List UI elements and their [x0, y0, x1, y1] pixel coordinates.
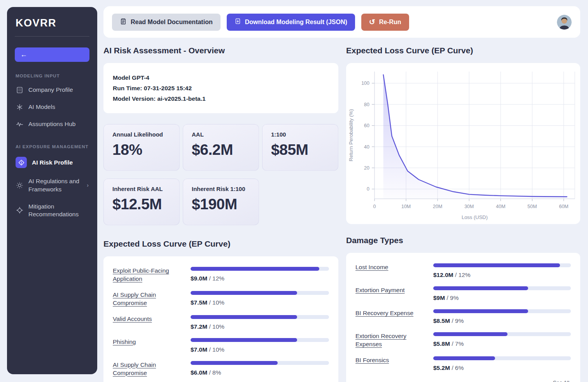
ep-item-link[interactable]: AI Supply Chain Compromise [113, 361, 182, 377]
stat-value: $190M [192, 196, 250, 213]
svg-text:60: 60 [364, 123, 369, 128]
list-item: BI Forensics $5.2M / 6% [355, 356, 571, 371]
stat-value: $85M [271, 141, 329, 158]
damage-item-link[interactable]: Lost Income [355, 263, 425, 279]
progress-bar [191, 338, 329, 342]
download-result-button[interactable]: Download Modeling Result (JSON) [227, 14, 355, 31]
svg-text:20M: 20M [433, 204, 442, 209]
download-file-icon [234, 18, 241, 26]
damage-item-link[interactable]: BI Forensics [355, 356, 425, 371]
sidebar-item-mitigation-recommendations[interactable]: Mitigation Recommendations [15, 198, 89, 223]
svg-text:60M: 60M [559, 204, 568, 209]
overview-title: AI Risk Assessment - Overview [103, 46, 338, 55]
model-name: Model GPT-4 [113, 72, 329, 83]
list-item: Phishing $7.0M / 10% [113, 338, 329, 353]
ep-item-link[interactable]: Phishing [113, 338, 182, 353]
progress-bar-fill [433, 263, 560, 267]
progress-bar-fill [191, 291, 297, 295]
svg-text:40M: 40M [496, 204, 505, 209]
list-item: AI Supply Chain Compromise $6.0M / 8% [113, 361, 329, 377]
stat-label: 1:100 [271, 131, 329, 138]
ep-item-link[interactable]: Valid Accounts [113, 315, 182, 330]
svg-text:40: 40 [364, 144, 369, 150]
list-item: BI Recovery Expense $8.5M / 9% [355, 309, 571, 324]
chart-column: Expected Loss Curve (EP Curve) 020406080… [346, 44, 580, 382]
stat-card-1-100: 1:100 $85M [262, 124, 338, 171]
progress-bar [433, 286, 571, 290]
sidebar-item-label: AI Models [28, 103, 89, 111]
progress-bar [433, 263, 571, 267]
progress-bar-fill [433, 309, 528, 313]
list-item: Extortion Recovery Expenses $5.8M / 7% [355, 332, 571, 349]
stat-label: Inherent Risk AAL [112, 186, 171, 192]
re-run-button[interactable]: ↺ Re-Run [361, 14, 409, 31]
sidebar-item-company-profile[interactable]: Company Profile [15, 81, 89, 98]
waveform-icon [16, 120, 23, 128]
stat-value: $12.5M [112, 196, 171, 213]
progress-bar [191, 315, 329, 319]
read-model-documentation-button[interactable]: Read Model Documentation [112, 14, 220, 31]
svg-text:Return Perobability (%): Return Perobability (%) [348, 109, 354, 161]
sidebar-item-assumptions-hub[interactable]: Assumptions Hub [15, 116, 89, 133]
list-item: AI Supply Chain Compromise $7.5M / 10% [113, 291, 329, 307]
sidebar-item-label: Mitigation Recommendations [28, 203, 89, 218]
damage-item-link[interactable]: BI Recovery Expense [355, 309, 425, 324]
item-value: $8.5M / 9% [433, 317, 571, 324]
stat-card-aal: AAL $6.2M [183, 124, 259, 171]
progress-bar [191, 361, 329, 365]
ep-list-title: Expected Loss Curve (EP Curve) [103, 239, 338, 249]
progress-bar [191, 291, 329, 295]
item-value: $7.5M / 10% [191, 299, 329, 306]
chevron-right-icon: › [87, 182, 89, 189]
ep-item-link[interactable]: AI Supply Chain Compromise [113, 291, 182, 307]
damage-item-link[interactable]: Extortion Payment [355, 286, 425, 301]
back-arrow-icon: ← [20, 51, 27, 59]
ep-list-card: Exploit Public-Facing Application $9.0M … [103, 256, 338, 382]
svg-text:50M: 50M [527, 204, 537, 209]
item-value: $5.8M / 7% [433, 340, 571, 347]
progress-bar-fill [191, 361, 278, 365]
kovrr-logo: KOVRR [16, 17, 89, 29]
list-item: Exploit Public-Facing Application $9.0M … [113, 266, 329, 283]
nav-section-modeling-input: MODELING INPUT [16, 74, 89, 78]
nav-section-ai-exposure: AI EXPOSURE MANAGEMENT [16, 144, 89, 149]
see-all-link[interactable]: See All [553, 380, 569, 382]
sidebar-item-ai-regulations[interactable]: AI Regulations and Frameworks › [15, 173, 89, 198]
list-item: Extortion Payment $9M / 9% [355, 286, 571, 301]
top-toolbar: Read Model Documentation Download Modeli… [103, 6, 580, 38]
sidebar-item-ai-models[interactable]: AI Models [15, 98, 89, 116]
stat-card-inherent-risk-aal: Inherent Risk AAL $12.5M [103, 179, 180, 225]
progress-bar [433, 309, 571, 313]
progress-bar-fill [191, 267, 319, 271]
progress-bar [433, 332, 571, 336]
item-value: $5.2M / 6% [433, 364, 571, 371]
stat-label: AAL [192, 131, 250, 138]
item-value: $7.0M / 10% [191, 346, 329, 353]
stat-value: $6.2M [192, 141, 250, 158]
see-all-row: See All [355, 379, 571, 382]
progress-bar-fill [191, 315, 297, 319]
item-value: $12.0M / 12% [433, 272, 571, 279]
item-value: $6.0M / 8% [191, 369, 329, 376]
stat-card-annual-likelihood: Annual Likelihood 18% [103, 124, 180, 171]
damage-item-link[interactable]: Extortion Recovery Expenses [355, 332, 425, 349]
svg-text:0: 0 [373, 204, 376, 209]
svg-text:30M: 30M [464, 204, 474, 209]
ep-item-link[interactable]: Exploit Public-Facing Application [113, 266, 182, 283]
list-item: Lost Income $12.0M / 12% [355, 263, 571, 279]
crosshair-icon [16, 207, 23, 214]
svg-text:100: 100 [361, 81, 369, 86]
back-button[interactable]: ← [15, 47, 89, 62]
svg-text:Loss (USD): Loss (USD) [462, 214, 488, 220]
list-item: Valid Accounts $7.2M / 10% [113, 315, 329, 330]
sidebar: KOVRR ← MODELING INPUT Company Profile A… [7, 7, 97, 374]
stats-grid: Annual Likelihood 18% AAL $6.2M 1:100 $8… [103, 124, 338, 225]
sidebar-item-label: AI Risk Profile [32, 159, 89, 166]
item-value: $9.0M / 12% [191, 275, 329, 282]
sidebar-item-ai-risk-profile[interactable]: AI Risk Profile [15, 152, 89, 173]
refresh-icon: ↺ [369, 18, 375, 26]
user-avatar[interactable] [557, 15, 572, 30]
building-icon [16, 86, 23, 94]
ep-curve-svg: 020406080100010M20M30M40M50M60MReturn Pe… [346, 63, 580, 224]
progress-bar [433, 356, 571, 360]
